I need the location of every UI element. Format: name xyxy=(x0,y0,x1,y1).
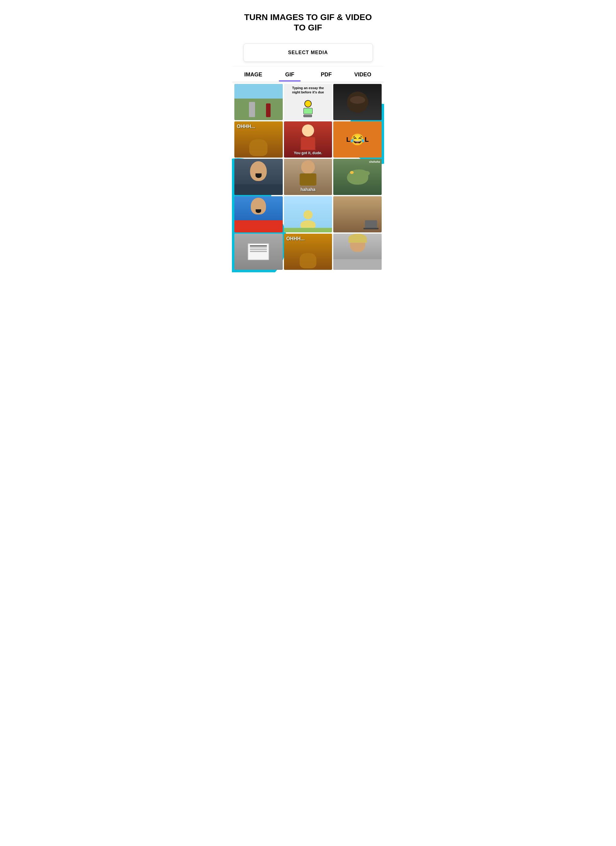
gif-item-cartoon-meditate[interactable] xyxy=(284,196,332,232)
gif-item-lizard[interactable]: shehehe xyxy=(333,159,382,195)
gif-grid: Typing an essay thenight before it's due xyxy=(232,83,384,272)
gif-item-lol[interactable]: L 😂 L xyxy=(333,121,382,157)
gif-item-woman-scream[interactable] xyxy=(234,159,283,195)
gif-item-cat-laptop[interactable] xyxy=(333,196,382,232)
page-title: TURN IMAGES TO GIF & VIDEO TO GIF xyxy=(238,12,378,32)
page-wrapper: TURN IMAGES TO GIF & VIDEO TO GIF SELECT… xyxy=(232,0,384,272)
tab-video[interactable]: VIDEO xyxy=(344,72,381,82)
select-media-button[interactable]: SELECT MEDIA xyxy=(244,44,373,62)
gif-row: Typing an essay thenight before it's due xyxy=(234,84,382,120)
gif-item-ohhh-bottom[interactable]: OHHH... xyxy=(284,234,332,270)
tab-pdf[interactable]: PDF xyxy=(308,72,344,82)
gif-item-cat-ohhh[interactable]: OHHH... xyxy=(234,121,283,157)
gif-item-office-hahaha[interactable]: hahaha xyxy=(284,159,332,195)
header: TURN IMAGES TO GIF & VIDEO TO GIF xyxy=(232,0,384,39)
tab-gif[interactable]: GIF xyxy=(272,72,308,82)
gif-row: OHHH... xyxy=(234,234,382,270)
gif-item-statue[interactable] xyxy=(234,84,283,120)
gif-row xyxy=(234,196,382,232)
gif-item-woman-blond[interactable] xyxy=(333,234,382,270)
tab-bar: IMAGE GIF PDF VIDEO xyxy=(232,67,384,82)
tab-image[interactable]: IMAGE xyxy=(235,72,272,82)
gif-item-typing[interactable]: Typing an essay thenight before it's due xyxy=(284,84,332,120)
gif-item-girl-you-got-it[interactable]: You got it, dude. xyxy=(284,121,332,157)
gif-item-newspaper[interactable] xyxy=(234,234,283,270)
gif-item-monkey[interactable] xyxy=(333,84,382,120)
gif-row: OHHH... You got it, dude. xyxy=(234,121,382,157)
gif-row: hahaha shehehe xyxy=(234,159,382,195)
gif-item-excited-woman[interactable] xyxy=(234,196,283,232)
